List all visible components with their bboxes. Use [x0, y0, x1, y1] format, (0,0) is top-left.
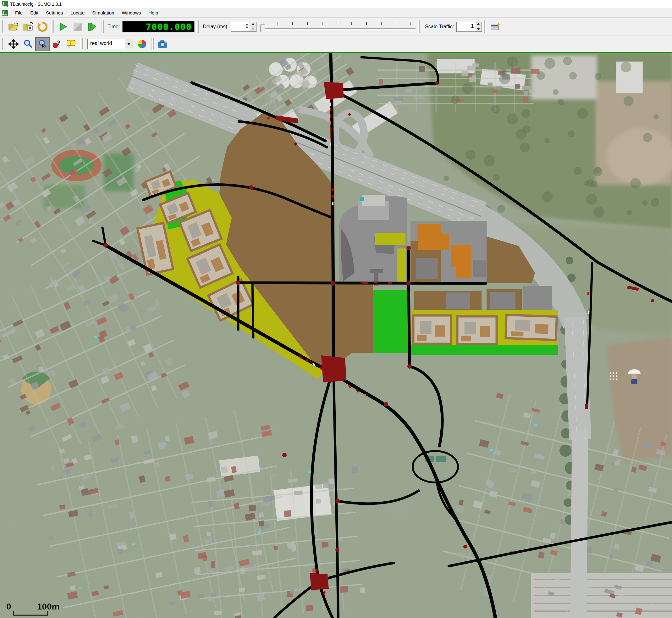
menu-item-file[interactable]: File [11, 9, 26, 16]
toolbar-grip[interactable] [101, 20, 104, 33]
toolbar-grip[interactable] [2, 20, 5, 33]
toolbar-grip[interactable] [80, 38, 83, 50]
recenter-view-icon [8, 39, 18, 49]
make-snapshot-button[interactable] [156, 37, 170, 51]
app-settings-button[interactable]: ? [50, 37, 64, 51]
menu-item-help[interactable]: Help [145, 9, 162, 16]
junction-large [324, 82, 344, 99]
svg-text:!: ! [70, 40, 72, 45]
polygon-green-field [373, 290, 408, 353]
coloring-scheme-value[interactable]: real world [88, 39, 125, 49]
open-new-view-button[interactable] [488, 20, 503, 34]
toolbar-grip[interactable] [196, 20, 199, 33]
reload-button[interactable] [35, 20, 50, 34]
zoom-select-button[interactable] [35, 37, 50, 51]
toolbar-grip[interactable] [2, 38, 5, 50]
scale-bar-length: 100m [37, 602, 60, 611]
view-toolbar: ? ! real world [0, 36, 672, 52]
camera-snapshot-icon [157, 39, 168, 48]
toolbar-grip[interactable] [418, 20, 421, 33]
play-button[interactable] [56, 20, 71, 34]
delay-up-arrow[interactable] [250, 22, 256, 27]
locate-hint-button[interactable]: ! [64, 37, 79, 51]
open-config-button[interactable] [6, 20, 21, 34]
color-wheel-icon [137, 39, 147, 49]
scale-down-arrow[interactable] [475, 27, 482, 31]
menu-item-windows[interactable]: Windows [118, 9, 145, 16]
delay-value[interactable]: 0 [231, 22, 250, 31]
time-label: Time: [108, 24, 120, 29]
svg-text:?: ? [56, 39, 60, 47]
delay-slider[interactable] [260, 21, 417, 32]
pause-icon [73, 22, 82, 31]
locate-hint-icon: ! [66, 39, 77, 49]
map-canvas[interactable]: 0 100m [0, 52, 672, 618]
menu-item-simulation[interactable]: Simulation [88, 9, 118, 16]
building-3d [506, 315, 557, 340]
toolbar-grip[interactable] [51, 20, 54, 33]
toolbar-grip[interactable] [484, 20, 487, 33]
open-network-icon [22, 22, 34, 31]
scale-bar-zero: 0 [6, 602, 11, 611]
open-config-icon [8, 22, 19, 31]
pause-button[interactable] [71, 20, 85, 34]
sumo-logo-icon [2, 1, 8, 7]
app-settings-icon: ? [52, 39, 61, 49]
time-display: 7000.000 [122, 21, 194, 32]
step-button[interactable] [85, 20, 99, 34]
scale-up-arrow[interactable] [475, 22, 482, 27]
sumo-menu-icon [2, 10, 8, 16]
toolbar-grip[interactable] [151, 38, 154, 50]
scale-traffic-value[interactable]: 1 [457, 22, 475, 31]
zoom-icon [23, 39, 33, 49]
play-icon [58, 22, 68, 31]
map-view[interactable]: 0 100m [0, 53, 672, 618]
scale-traffic-label: Scale Traffic: [425, 24, 454, 29]
slider-groove [261, 28, 415, 30]
simulation-toolbar: Time: 7000.000 Delay (ms): 0 Scale Traff… [0, 18, 672, 36]
zoom-button[interactable] [21, 37, 35, 51]
title-bar: TB.sumocfg - SUMO 1.3.1 [0, 0, 672, 8]
new-view-icon [490, 22, 500, 31]
zoom-select-icon [38, 39, 47, 49]
delay-down-arrow[interactable] [250, 27, 256, 31]
sumo-window: TB.sumocfg - SUMO 1.3.1 FileEditSettings… [0, 0, 672, 618]
recenter-view-button[interactable] [6, 37, 21, 51]
building-3d [413, 315, 451, 344]
delay-spinner[interactable]: 0 [231, 22, 257, 32]
slider-ticks [263, 22, 415, 25]
polygon-yellow-strip [375, 233, 405, 245]
junction-large [310, 573, 329, 590]
menu-item-settings[interactable]: Settings [42, 9, 66, 16]
open-network-button[interactable] [21, 20, 35, 34]
delay-label: Delay (ms): [203, 24, 229, 29]
menu-items: FileEditSettingsLocateSimulationWindowsH… [11, 9, 162, 16]
step-icon [87, 22, 97, 31]
menu-item-edit[interactable]: Edit [26, 9, 42, 16]
menu-bar: FileEditSettingsLocateSimulationWindowsH… [0, 8, 672, 18]
menu-item-locate[interactable]: Locate [66, 9, 88, 16]
junction-large [321, 355, 347, 383]
slider-handle[interactable] [260, 24, 265, 32]
chevron-down-icon[interactable] [125, 39, 133, 49]
reload-icon [37, 22, 47, 32]
scale-traffic-spinner[interactable]: 1 [456, 22, 482, 32]
edit-coloring-button[interactable] [135, 37, 149, 51]
window-title: TB.sumocfg - SUMO 1.3.1 [10, 2, 61, 7]
coloring-scheme-dropdown[interactable]: real world [87, 39, 133, 49]
building-3d [457, 316, 497, 344]
